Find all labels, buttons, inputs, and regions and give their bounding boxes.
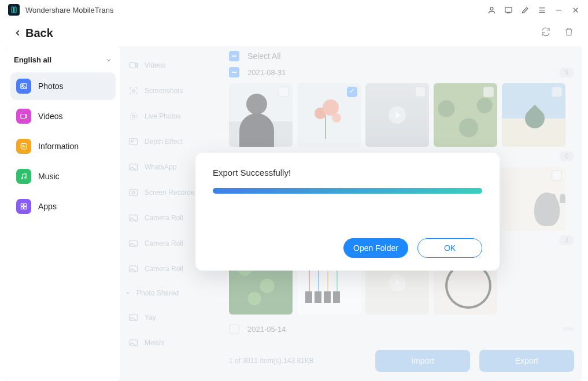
svg-rect-33 — [130, 315, 138, 321]
thumbnail-checkbox[interactable] — [483, 87, 494, 97]
thumbnail-checkbox[interactable] — [279, 87, 289, 97]
album-deptheffect[interactable]: Depth Effect — [124, 131, 220, 153]
progress-bar — [213, 188, 482, 194]
thumbnail-checkbox[interactable] — [347, 87, 357, 97]
svg-rect-1 — [14, 7, 17, 13]
svg-rect-3 — [505, 7, 512, 12]
language-selector[interactable]: English all — [6, 46, 120, 72]
svg-rect-18 — [21, 207, 23, 209]
album-videos[interactable]: Videos — [124, 54, 220, 76]
album-livephotos[interactable]: Live Photos — [124, 105, 220, 127]
photo-thumbnail[interactable] — [229, 83, 293, 147]
select-all-label: Select All — [247, 51, 281, 61]
selection-info: 1 of 3011 Item(s),143.81KB — [229, 357, 314, 365]
date-label: 2021-05-14 — [247, 325, 286, 334]
svg-rect-20 — [130, 63, 136, 68]
album-meishi[interactable]: Meishi — [124, 332, 220, 354]
count-badge: 0 — [559, 151, 574, 161]
apps-icon — [16, 199, 31, 214]
category-label: Videos — [38, 112, 63, 121]
category-label: Information — [38, 142, 79, 151]
menu-icon[interactable] — [538, 6, 546, 14]
category-label: Photos — [38, 82, 64, 91]
svg-rect-30 — [130, 241, 138, 247]
svg-point-21 — [132, 90, 135, 93]
svg-point-23 — [130, 113, 137, 120]
count-badge: 5 — [559, 68, 574, 77]
close-icon[interactable] — [571, 6, 580, 14]
video-thumbnail[interactable] — [365, 83, 429, 147]
dialog-title: Export Successfully! — [213, 168, 482, 177]
count-badge: 3 — [559, 235, 574, 245]
svg-marker-32 — [127, 293, 130, 294]
feedback-icon[interactable] — [504, 6, 513, 14]
svg-point-22 — [132, 115, 135, 118]
svg-rect-27 — [130, 190, 138, 196]
svg-point-15 — [25, 177, 26, 178]
thumbnail-checkbox[interactable] — [552, 87, 562, 97]
minimize-icon[interactable] — [554, 6, 563, 14]
svg-rect-19 — [24, 207, 27, 209]
open-folder-button[interactable]: Open Folder — [343, 238, 408, 258]
photo-thumbnail[interactable] — [297, 83, 361, 147]
svg-point-25 — [131, 140, 133, 142]
svg-rect-16 — [21, 204, 23, 206]
svg-rect-12 — [21, 114, 25, 119]
svg-point-14 — [21, 177, 23, 179]
play-icon — [389, 274, 406, 291]
date-group-checkbox[interactable] — [229, 324, 239, 334]
app-title: Wondershare MobileTrans — [25, 6, 113, 14]
music-icon — [16, 169, 31, 184]
svg-point-2 — [490, 7, 493, 10]
category-music[interactable]: Music — [10, 162, 116, 190]
svg-rect-34 — [130, 340, 138, 346]
category-label: Apps — [38, 202, 57, 211]
titlebar: Wondershare MobileTrans — [0, 0, 588, 20]
trash-icon[interactable] — [564, 27, 574, 39]
refresh-icon[interactable] — [541, 27, 551, 39]
photo-thumbnail[interactable] — [502, 83, 565, 147]
chevron-down-icon — [105, 57, 112, 64]
header: Back — [0, 20, 588, 46]
account-icon[interactable] — [487, 6, 496, 14]
photo-thumbnail[interactable] — [502, 167, 565, 231]
album-yay[interactable]: Yay — [124, 306, 220, 328]
select-all-checkbox[interactable] — [229, 51, 239, 61]
thumbnail-checkbox[interactable] — [552, 171, 562, 181]
photo-grid — [229, 83, 574, 147]
svg-rect-17 — [24, 204, 27, 206]
language-label: English all — [14, 56, 51, 64]
category-sidebar: English all Photos Videos Information Mu… — [6, 46, 120, 381]
category-label: Music — [38, 172, 60, 181]
date-label: 2021-08-31 — [247, 68, 286, 77]
thumbnail-checkbox[interactable] — [415, 87, 426, 97]
svg-rect-0 — [12, 7, 14, 13]
svg-rect-24 — [130, 139, 138, 145]
date-group-checkbox[interactable] — [229, 67, 239, 77]
info-icon — [16, 139, 31, 154]
svg-rect-29 — [130, 215, 138, 221]
category-apps[interactable]: Apps — [10, 193, 116, 220]
count-badge — [563, 327, 574, 331]
play-icon — [389, 106, 406, 124]
photos-icon — [16, 79, 31, 94]
ok-button[interactable]: OK — [417, 238, 482, 258]
videos-icon — [16, 109, 31, 124]
album-screenshots[interactable]: Screenshots — [124, 80, 220, 102]
export-success-dialog: Export Successfully! Open Folder OK — [195, 153, 500, 271]
import-button[interactable]: Import — [375, 350, 470, 372]
back-button[interactable]: Back — [14, 27, 53, 40]
export-button[interactable]: Export — [479, 350, 574, 372]
svg-rect-26 — [130, 164, 138, 171]
category-information[interactable]: Information — [10, 132, 116, 160]
category-photos[interactable]: Photos — [10, 72, 116, 100]
photo-thumbnail[interactable] — [434, 83, 497, 147]
back-label: Back — [25, 27, 53, 40]
category-videos[interactable]: Videos — [10, 102, 116, 130]
footer: 1 of 3011 Item(s),143.81KB Import Export — [229, 343, 574, 381]
album-photoshared[interactable]: Photo Shared — [124, 283, 220, 303]
svg-point-28 — [132, 191, 135, 194]
svg-rect-31 — [130, 266, 138, 272]
app-logo — [8, 4, 20, 16]
edit-icon[interactable] — [521, 6, 530, 14]
